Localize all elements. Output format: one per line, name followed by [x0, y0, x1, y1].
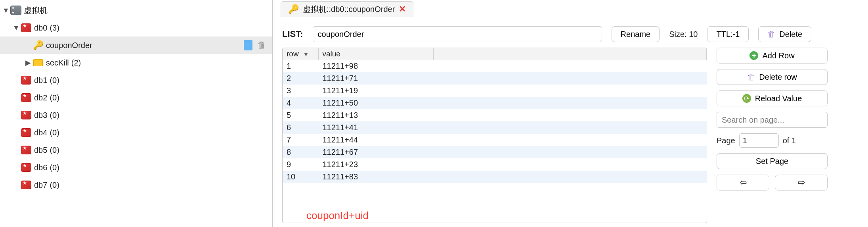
database-icon: [21, 23, 31, 32]
table-row[interactable]: 1011211+83: [283, 171, 707, 183]
set-page-button[interactable]: Set Page: [717, 153, 828, 169]
tree-panel: ▼ 虚拟机 ▼ db0 (3) 🔑 couponOrder 🗑 ▶ secKil…: [0, 0, 273, 227]
tree-db0-count: (3): [50, 23, 59, 33]
tree-key-couponorder[interactable]: 🔑 couponOrder 🗑: [0, 37, 272, 54]
ttl-button[interactable]: TTL:-1: [707, 26, 749, 42]
cell-value: 11211+19: [318, 85, 433, 97]
cell-empty: [433, 146, 707, 158]
size-label: Size: 10: [669, 30, 698, 39]
rename-button[interactable]: Rename: [612, 26, 660, 42]
tree-db2-label: db2: [34, 93, 47, 102]
cell-row: 7: [283, 134, 318, 146]
reload-button[interactable]: ⟳ Reload Value: [717, 90, 828, 106]
cell-row: 2: [283, 72, 318, 85]
tree-folder-count: (2): [71, 58, 81, 67]
database-icon: [21, 76, 31, 85]
col-row[interactable]: row ▼: [283, 48, 318, 60]
cell-row: 6: [283, 121, 318, 134]
page-label: Page: [717, 136, 735, 145]
key-toolbar: LIST: Rename Size: 10 TTL:-1 🗑 Delete: [273, 18, 868, 48]
tree-db6-count: (0): [50, 163, 59, 172]
key-icon: 🔑: [288, 4, 299, 14]
tree-db3[interactable]: db3 (0): [0, 106, 272, 124]
tree-db5-count: (0): [50, 146, 59, 155]
cell-value: 11211+67: [318, 146, 433, 158]
type-label: LIST:: [282, 29, 303, 39]
server-icon: [10, 6, 21, 15]
nav-row: ⇦ ⇨: [717, 175, 828, 190]
cell-empty: [433, 72, 707, 85]
page-input[interactable]: [739, 133, 779, 148]
table-row[interactable]: 911211+23: [283, 158, 707, 171]
tree-db0-label: db0: [34, 23, 47, 33]
trash-icon: 🗑: [747, 73, 755, 82]
table-row[interactable]: 511211+13: [283, 109, 707, 121]
table-row[interactable]: 411211+50: [283, 97, 707, 109]
cell-value: 11211+83: [318, 171, 433, 183]
cell-row: 10: [283, 171, 318, 183]
tab-couponorder[interactable]: 🔑 虚拟机::db0::couponOrder ✕: [281, 1, 413, 17]
delete-row-button[interactable]: 🗑 Delete row: [717, 69, 828, 85]
table-row[interactable]: 311211+19: [283, 85, 707, 97]
cell-empty: [433, 158, 707, 171]
trash-icon[interactable]: 🗑: [257, 40, 266, 50]
tree-db4[interactable]: db4 (0): [0, 124, 272, 141]
tree-db1[interactable]: db1 (0): [0, 71, 272, 89]
database-icon: [21, 93, 31, 102]
tree-db5[interactable]: db5 (0): [0, 141, 272, 159]
tree-db0[interactable]: ▼ db0 (3): [0, 19, 272, 37]
cell-empty: [433, 134, 707, 146]
tab-title: 虚拟机::db0::couponOrder: [303, 4, 395, 15]
tree-folder-seckill[interactable]: ▶ secKill (2): [0, 54, 272, 71]
cell-empty: [433, 109, 707, 121]
table-row[interactable]: 711211+44: [283, 134, 707, 146]
cell-row: 8: [283, 146, 318, 158]
add-row-button[interactable]: + Add Row: [717, 48, 828, 63]
close-icon[interactable]: ✕: [399, 4, 406, 14]
cell-value: 11211+98: [318, 60, 433, 72]
file-action-icon[interactable]: [244, 40, 252, 50]
next-page-button[interactable]: ⇨: [775, 175, 828, 190]
tree-db4-count: (0): [50, 128, 59, 137]
cell-row: 1: [283, 60, 318, 72]
table-row[interactable]: 111211+98: [283, 60, 707, 72]
trash-icon: 🗑: [767, 30, 775, 39]
tree-folder-label: secKill: [46, 58, 69, 67]
page-row: Page of 1: [717, 133, 828, 148]
cell-value: 11211+50: [318, 97, 433, 109]
table-row[interactable]: 211211+71: [283, 72, 707, 85]
database-icon: [21, 163, 31, 172]
main-panel: 🔑 虚拟机::db0::couponOrder ✕ LIST: Rename S…: [273, 0, 868, 227]
database-icon: [21, 111, 31, 119]
tree-db1-count: (0): [50, 76, 59, 85]
key-icon: 🔑: [33, 40, 44, 50]
cell-value: 11211+71: [318, 72, 433, 85]
tree-db5-label: db5: [34, 146, 47, 155]
cell-value: 11211+23: [318, 158, 433, 171]
table-row[interactable]: 811211+67: [283, 146, 707, 158]
tree-db6[interactable]: db6 (0): [0, 159, 272, 176]
database-icon: [21, 181, 31, 189]
col-empty: [433, 48, 707, 60]
cell-empty: [433, 60, 707, 72]
page-of: of 1: [783, 136, 796, 145]
cell-row: 3: [283, 85, 318, 97]
delete-key-button[interactable]: 🗑 Delete: [758, 26, 811, 42]
annotation-text: couponId+uid: [306, 210, 369, 222]
prev-page-button[interactable]: ⇦: [717, 175, 769, 190]
reload-icon: ⟳: [742, 94, 751, 103]
tree-root[interactable]: ▼ 虚拟机: [0, 2, 272, 19]
search-input[interactable]: [717, 112, 828, 128]
table-row[interactable]: 611211+41: [283, 121, 707, 134]
key-name-input[interactable]: [313, 26, 602, 42]
database-icon: [21, 128, 31, 137]
tree-db4-label: db4: [34, 128, 47, 137]
cell-row: 9: [283, 158, 318, 171]
plus-icon: +: [749, 51, 758, 60]
col-value[interactable]: value: [318, 48, 433, 60]
tree-db2[interactable]: db2 (0): [0, 89, 272, 106]
cell-value: 11211+13: [318, 109, 433, 121]
database-icon: [21, 146, 31, 154]
tree-db7[interactable]: db7 (0): [0, 176, 272, 194]
chevron-down-icon: ▼: [12, 24, 21, 32]
